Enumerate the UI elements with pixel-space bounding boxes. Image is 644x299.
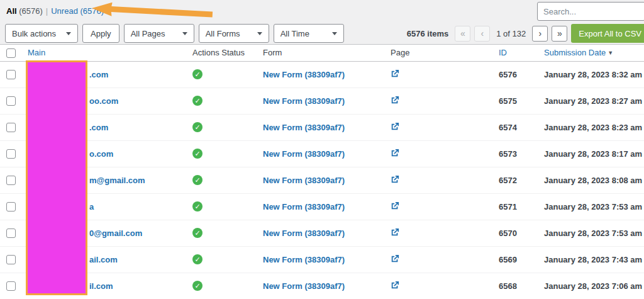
row-email-link[interactable]: o.com <box>89 149 113 159</box>
row-form-link[interactable]: New Form (38309af7) <box>263 176 345 185</box>
table-row: .com ✓ New Form (38309af7) 6574 January … <box>0 114 644 140</box>
row-date: January 28, 2023 8:27 am <box>538 87 644 114</box>
external-link-icon[interactable] <box>391 175 399 184</box>
row-email-link[interactable]: 0@gmail.com <box>89 228 142 238</box>
header-submission-date[interactable]: Submission Date▼ <box>538 45 644 61</box>
row-date: January 28, 2023 8:17 am <box>538 140 644 167</box>
row-checkbox[interactable] <box>6 176 16 185</box>
external-link-icon[interactable] <box>391 69 399 78</box>
row-email-link[interactable]: .com <box>89 123 108 132</box>
header-id[interactable]: ID <box>492 45 538 61</box>
row-checkbox[interactable] <box>6 123 16 132</box>
row-checkbox[interactable] <box>6 70 16 79</box>
row-checkbox[interactable] <box>6 96 16 106</box>
row-id: 6569 <box>492 246 538 273</box>
view-separator: | <box>46 6 48 16</box>
submissions-screen: All (6576)|Unread (6576) Bulk actions Ap… <box>0 0 644 299</box>
external-link-icon[interactable] <box>391 149 399 157</box>
row-checkbox[interactable] <box>6 202 16 212</box>
external-link-icon[interactable] <box>391 201 399 210</box>
row-checkbox[interactable] <box>6 149 16 159</box>
export-csv-button[interactable]: Export All to CSV <box>571 24 644 43</box>
forms-filter-label: All Forms <box>206 29 240 38</box>
row-date: January 28, 2023 7:43 am <box>538 246 644 273</box>
row-form-link[interactable]: New Form (38309af7) <box>263 202 345 212</box>
table-row: o.com ✓ New Form (38309af7) 6573 January… <box>0 140 644 167</box>
row-email-link[interactable]: a <box>89 202 94 212</box>
table-row: ail.com ✓ New Form (38309af7) 6569 Janua… <box>0 246 644 273</box>
status-check-icon: ✓ <box>192 96 203 106</box>
status-check-icon: ✓ <box>192 281 203 291</box>
row-form-link[interactable]: New Form (38309af7) <box>263 281 345 291</box>
row-checkbox[interactable] <box>6 255 16 264</box>
status-check-icon: ✓ <box>192 175 203 185</box>
pagination-prev-button[interactable]: ‹ <box>474 26 490 42</box>
chevron-down-icon <box>182 32 187 35</box>
row-date: January 28, 2023 7:06 am <box>538 273 644 299</box>
external-link-icon[interactable] <box>391 122 399 131</box>
row-email-link[interactable]: ail.com <box>89 255 118 264</box>
status-check-icon: ✓ <box>192 149 203 159</box>
search-input[interactable] <box>537 2 644 21</box>
chevron-down-icon <box>66 32 71 35</box>
header-form: Form <box>257 45 384 61</box>
bulk-actions-label: Bulk actions <box>12 29 56 38</box>
select-all-checkbox[interactable] <box>6 48 16 58</box>
row-form-link[interactable]: New Form (38309af7) <box>263 149 345 159</box>
status-check-icon: ✓ <box>192 122 203 132</box>
view-all-link[interactable]: All (6576) <box>6 6 43 16</box>
row-form-link[interactable]: New Form (38309af7) <box>263 70 345 79</box>
submissions-tbody: .com ✓ New Form (38309af7) 6576 January … <box>0 61 644 299</box>
time-filter-label: All Time <box>280 29 309 38</box>
status-check-icon: ✓ <box>192 201 203 212</box>
bulk-actions-select[interactable]: Bulk actions <box>5 24 78 43</box>
forms-filter-select[interactable]: All Forms <box>199 24 269 43</box>
row-email-link[interactable]: m@gmail.com <box>89 176 145 185</box>
header-submission-date-label: Submission Date <box>544 48 606 57</box>
pages-filter-select[interactable]: All Pages <box>124 24 194 43</box>
row-form-link[interactable]: New Form (38309af7) <box>263 123 345 132</box>
status-check-icon: ✓ <box>192 228 203 238</box>
row-id: 6575 <box>492 87 538 114</box>
row-email-link[interactable]: oo.com <box>89 96 118 106</box>
items-count: 6576 items <box>407 29 449 38</box>
row-date: January 28, 2023 7:53 am <box>538 220 644 246</box>
external-link-icon[interactable] <box>391 281 399 290</box>
row-checkbox[interactable] <box>6 228 16 238</box>
table-header-row: Main Actions Status Form Page ID Submiss… <box>0 45 644 61</box>
pagination-first-button[interactable]: « <box>455 26 470 42</box>
view-all-label: All <box>6 6 17 16</box>
pagination-last-button[interactable]: » <box>552 26 567 42</box>
header-actions-status: Actions Status <box>186 45 257 61</box>
row-form-link[interactable]: New Form (38309af7) <box>263 228 345 238</box>
row-id: 6573 <box>492 140 538 167</box>
chevron-down-icon <box>332 32 337 35</box>
apply-button[interactable]: Apply <box>82 24 119 43</box>
row-email-link[interactable]: .com <box>89 70 108 79</box>
chevron-down-icon <box>257 32 262 35</box>
pagination-next-button[interactable]: › <box>532 26 548 42</box>
row-id: 6574 <box>492 114 538 140</box>
pagination-status: 1 of 132 <box>496 29 526 38</box>
row-form-link[interactable]: New Form (38309af7) <box>263 255 345 264</box>
row-checkbox[interactable] <box>6 281 16 291</box>
status-check-icon: ✓ <box>192 69 203 79</box>
submissions-table-wrap: Main Actions Status Form Page ID Submiss… <box>0 44 644 299</box>
header-main[interactable]: Main <box>21 45 186 61</box>
redaction-overlay <box>26 60 87 295</box>
row-id: 6572 <box>492 167 538 193</box>
row-date: January 28, 2023 7:53 am <box>538 193 644 220</box>
header-page: Page <box>384 45 492 61</box>
row-form-link[interactable]: New Form (38309af7) <box>263 96 345 106</box>
external-link-icon[interactable] <box>391 228 399 237</box>
table-row: oo.com ✓ New Form (38309af7) 6575 Januar… <box>0 87 644 114</box>
external-link-icon[interactable] <box>391 96 399 104</box>
external-link-icon[interactable] <box>391 254 399 263</box>
pages-filter-label: All Pages <box>131 29 165 38</box>
row-id: 6570 <box>492 220 538 246</box>
view-all-count: (6576) <box>19 6 43 16</box>
table-row: a ✓ New Form (38309af7) 6571 January 28,… <box>0 193 644 220</box>
time-filter-select[interactable]: All Time <box>274 24 344 43</box>
row-email-link[interactable]: il.com <box>89 281 113 291</box>
row-date: January 28, 2023 8:08 am <box>538 167 644 193</box>
